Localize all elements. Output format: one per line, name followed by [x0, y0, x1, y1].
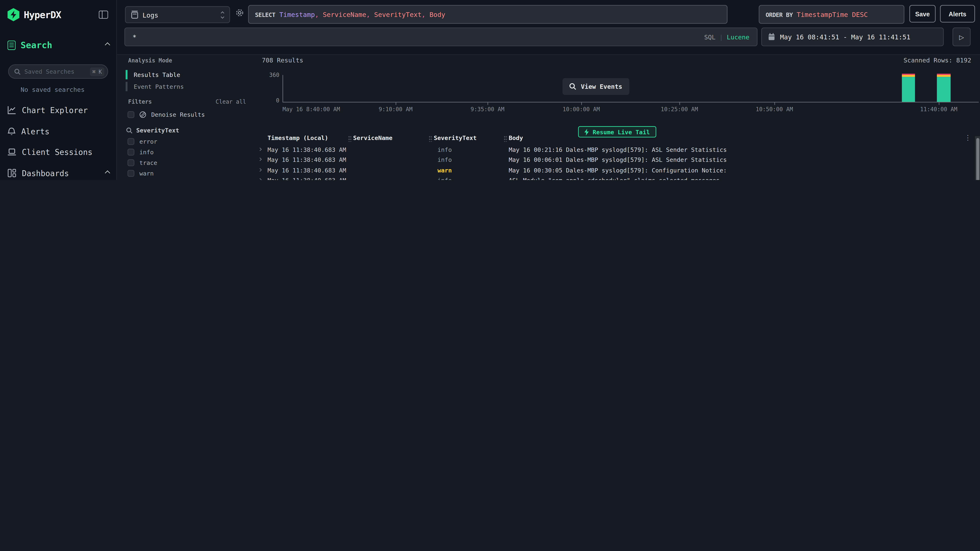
chart-icon	[8, 105, 16, 114]
table-row[interactable]: May 16 11:38:40.683 AM info ASL Module "…	[117, 176, 975, 180]
sidebar-item-search[interactable]: Search	[8, 40, 110, 50]
search-section-icon	[8, 40, 16, 49]
view-events-button[interactable]: View Events	[563, 78, 630, 95]
app-window: HyperDX Search Saved Searches ⌘ K No sav…	[0, 0, 980, 180]
scrollbar-thumb[interactable]	[976, 138, 979, 180]
column-resize-handle[interactable]	[429, 135, 432, 142]
sidebar-item-alerts[interactable]: Alerts	[8, 125, 110, 137]
denoise-filter[interactable]: Denoise Results	[127, 111, 205, 118]
sql-keyword: SELECT	[255, 11, 275, 18]
table-options-kebab-icon[interactable]: ⋮	[964, 134, 971, 142]
row-severity: info	[438, 156, 452, 163]
sql-column: SeverityText	[374, 11, 422, 18]
source-select-value: Logs	[143, 11, 217, 19]
mode-results-table[interactable]: Results Table	[126, 69, 180, 81]
table-header: Timestamp (Local) ServiceName SeverityTe…	[117, 134, 980, 144]
laptop-icon	[8, 148, 16, 156]
row-severity: info	[438, 177, 452, 180]
orderby-input[interactable]: ORDER BY TimestampTime DESC	[759, 5, 904, 24]
sidebar-item-client-sessions[interactable]: Client Sessions	[8, 146, 110, 158]
expand-row-chevron-icon[interactable]	[258, 148, 262, 151]
sidebar: HyperDX Search Saved Searches ⌘ K No sav…	[0, 0, 117, 180]
sidebar-item-label: Search	[21, 40, 52, 50]
y-axis-max: 360	[259, 72, 279, 78]
row-body: ASL Module "com.apple.cdscheduler" claim…	[509, 177, 966, 180]
column-header-body[interactable]: Body	[509, 134, 523, 141]
active-indicator	[126, 70, 127, 79]
table-row[interactable]: May 16 11:38:40.683 AM info May 16 00:21…	[117, 145, 975, 155]
sidebar-collapse-icon[interactable]	[99, 11, 108, 19]
x-tick: May 16 8:40:00 AM	[283, 106, 340, 113]
x-axis	[283, 102, 979, 102]
sql-column: ServiceName	[323, 11, 366, 18]
bar-segment-warn	[937, 75, 951, 77]
chevron-up-icon	[105, 42, 110, 48]
sidebar-item-chart-explorer[interactable]: Chart Explorer	[8, 104, 110, 116]
row-timestamp: May 16 11:38:40.683 AM	[267, 146, 346, 153]
denoise-icon	[140, 111, 146, 118]
language-sql[interactable]: SQL	[704, 33, 715, 40]
search-icon	[126, 127, 132, 133]
table-row[interactable]: May 16 11:38:40.683 AM info May 16 00:06…	[117, 155, 975, 165]
saved-searches-input[interactable]: Saved Searches ⌘ K	[8, 64, 108, 79]
shortcut-badge: ⌘ K	[90, 67, 105, 76]
column-header-severitytext[interactable]: SeverityText	[434, 134, 477, 141]
inactive-indicator	[126, 82, 127, 91]
sidebar-item-dashboards[interactable]: Dashboards	[8, 167, 110, 179]
source-settings-gear-icon[interactable]	[235, 8, 244, 17]
column-resize-handle[interactable]	[348, 135, 351, 142]
sidebar-item-label: Dashboards	[22, 168, 69, 178]
alerts-button[interactable]: Alerts	[940, 5, 975, 22]
sql-column: Body	[430, 11, 445, 18]
clear-all-button[interactable]: Clear all	[216, 99, 246, 105]
expand-row-chevron-icon[interactable]	[258, 168, 262, 171]
table-row[interactable]: May 16 11:38:40.683 AM warn May 16 00:30…	[117, 165, 975, 176]
calendar-icon	[768, 33, 775, 41]
expand-row-chevron-icon[interactable]	[258, 178, 262, 180]
database-icon	[131, 11, 138, 19]
run-query-button[interactable]: ▷	[953, 27, 970, 46]
chevron-up-icon	[105, 170, 110, 176]
y-axis	[283, 75, 283, 102]
histogram-bar[interactable]	[937, 74, 951, 102]
app-title: HyperDX	[24, 9, 61, 20]
app-logo: HyperDX	[8, 8, 61, 21]
language-separator: |	[719, 33, 723, 40]
row-severity: info	[438, 146, 452, 153]
sidebar-item-label: Alerts	[21, 127, 49, 136]
mode-event-patterns[interactable]: Event Patterns	[126, 81, 184, 92]
select-columns-input[interactable]: SELECT Timestamp, ServiceName, SeverityT…	[248, 5, 727, 24]
y-axis-min: 0	[259, 98, 279, 104]
row-body: May 16 00:30:05 Dales-MBP syslogd[579]: …	[509, 167, 966, 173]
save-button[interactable]: Save	[909, 5, 936, 22]
filter-group-severity: SeverityText	[126, 127, 179, 134]
search-icon	[14, 68, 21, 75]
analysis-mode-label: Analysis Mode	[128, 57, 172, 64]
language-lucene[interactable]: Lucene	[727, 33, 749, 40]
no-saved-searches-note: No saved searches	[21, 86, 84, 93]
language-toggle[interactable]: SQL | Lucene	[704, 33, 749, 40]
search-query-input[interactable]: * SQL | Lucene	[124, 27, 757, 46]
search-query-value: *	[132, 33, 704, 41]
x-tick: 9:35:00 AM	[471, 106, 504, 113]
column-resize-handle[interactable]	[504, 135, 507, 142]
histogram-bar[interactable]	[902, 74, 915, 102]
bar-segment-warn	[902, 75, 915, 77]
row-timestamp: May 16 11:38:40.683 AM	[267, 177, 346, 180]
row-severity: warn	[438, 167, 452, 173]
scanned-rows: Scanned Rows: 8192	[904, 57, 971, 64]
column-header-servicename[interactable]: ServiceName	[353, 134, 393, 141]
x-tick: 10:50:00 AM	[756, 106, 793, 113]
sql-comma: ,	[315, 11, 319, 18]
sql-column: Timestamp	[279, 11, 315, 18]
orderby-value: TimestampTime DESC	[797, 11, 868, 18]
time-range-picker[interactable]: May 16 08:41:51 - May 16 11:41:51	[761, 27, 944, 46]
source-select[interactable]: Logs	[125, 6, 230, 23]
sidebar-item-label: Chart Explorer	[22, 105, 88, 115]
sql-keyword: ORDER BY	[765, 11, 793, 18]
dashboards-grid-icon	[8, 169, 16, 178]
expand-row-chevron-icon[interactable]	[258, 158, 262, 161]
column-header-timestamp[interactable]: Timestamp (Local)	[267, 134, 328, 141]
denoise-checkbox[interactable]	[127, 111, 134, 118]
x-tick: 10:25:00 AM	[661, 106, 698, 113]
